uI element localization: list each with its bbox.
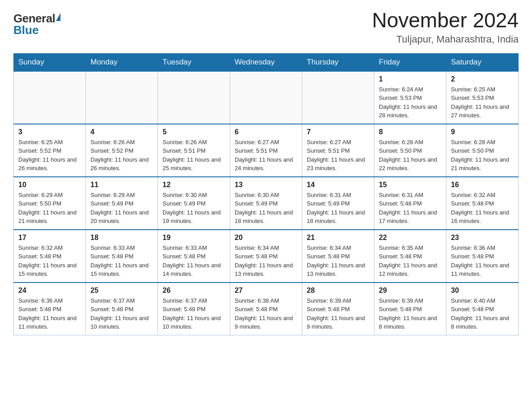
calendar-cell: 19Sunrise: 6:33 AM Sunset: 5:48 PM Dayli… xyxy=(158,230,230,283)
calendar-cell: 2Sunrise: 6:25 AM Sunset: 5:53 PM Daylig… xyxy=(446,71,519,124)
day-info: Sunrise: 6:34 AM Sunset: 5:48 PM Dayligh… xyxy=(307,244,369,278)
calendar-cell: 18Sunrise: 6:33 AM Sunset: 5:48 PM Dayli… xyxy=(86,230,158,283)
day-number: 10 xyxy=(18,181,81,189)
day-info: Sunrise: 6:28 AM Sunset: 5:50 PM Dayligh… xyxy=(379,138,442,173)
day-info: Sunrise: 6:31 AM Sunset: 5:48 PM Dayligh… xyxy=(379,191,442,226)
day-number: 22 xyxy=(379,234,442,242)
day-info: Sunrise: 6:40 AM Sunset: 5:48 PM Dayligh… xyxy=(451,296,514,331)
day-number: 13 xyxy=(235,181,297,189)
day-number: 19 xyxy=(163,234,225,242)
calendar-cell: 14Sunrise: 6:31 AM Sunset: 5:49 PM Dayli… xyxy=(302,177,374,230)
calendar-week-5: 24Sunrise: 6:36 AM Sunset: 5:48 PM Dayli… xyxy=(14,283,519,335)
title-block: November 2024 Tuljapur, Maharashtra, Ind… xyxy=(372,9,519,45)
day-number: 28 xyxy=(307,287,369,295)
day-info: Sunrise: 6:29 AM Sunset: 5:50 PM Dayligh… xyxy=(18,191,81,226)
day-info: Sunrise: 6:32 AM Sunset: 5:48 PM Dayligh… xyxy=(451,191,514,226)
calendar-cell: 15Sunrise: 6:31 AM Sunset: 5:48 PM Dayli… xyxy=(374,177,446,230)
day-info: Sunrise: 6:36 AM Sunset: 5:48 PM Dayligh… xyxy=(451,244,514,278)
day-info: Sunrise: 6:28 AM Sunset: 5:50 PM Dayligh… xyxy=(451,138,514,173)
day-number: 17 xyxy=(18,234,81,242)
day-info: Sunrise: 6:26 AM Sunset: 5:51 PM Dayligh… xyxy=(163,138,225,173)
calendar-table: SundayMondayTuesdayWednesdayThursdayFrid… xyxy=(13,53,519,335)
calendar-cell: 27Sunrise: 6:38 AM Sunset: 5:48 PM Dayli… xyxy=(230,283,302,335)
day-info: Sunrise: 6:39 AM Sunset: 5:48 PM Dayligh… xyxy=(307,296,369,331)
day-number: 26 xyxy=(163,287,225,295)
day-info: Sunrise: 6:36 AM Sunset: 5:48 PM Dayligh… xyxy=(18,296,81,331)
calendar-week-3: 10Sunrise: 6:29 AM Sunset: 5:50 PM Dayli… xyxy=(14,177,519,230)
logo-blue-text: Blue xyxy=(13,24,39,36)
day-number: 7 xyxy=(307,128,369,136)
day-info: Sunrise: 6:25 AM Sunset: 5:53 PM Dayligh… xyxy=(451,85,514,120)
day-header-sunday: Sunday xyxy=(14,53,86,71)
day-number: 25 xyxy=(90,287,153,295)
calendar-header: SundayMondayTuesdayWednesdayThursdayFrid… xyxy=(14,53,519,71)
calendar-week-1: 1Sunrise: 6:24 AM Sunset: 5:53 PM Daylig… xyxy=(14,71,519,124)
calendar-cell: 4Sunrise: 6:26 AM Sunset: 5:52 PM Daylig… xyxy=(86,124,158,177)
day-number: 24 xyxy=(18,287,81,295)
calendar-cell: 26Sunrise: 6:37 AM Sunset: 5:48 PM Dayli… xyxy=(158,283,230,335)
day-info: Sunrise: 6:29 AM Sunset: 5:49 PM Dayligh… xyxy=(90,191,153,226)
day-info: Sunrise: 6:25 AM Sunset: 5:52 PM Dayligh… xyxy=(18,138,81,173)
calendar-cell: 3Sunrise: 6:25 AM Sunset: 5:52 PM Daylig… xyxy=(14,124,86,177)
calendar-cell: 9Sunrise: 6:28 AM Sunset: 5:50 PM Daylig… xyxy=(446,124,519,177)
day-info: Sunrise: 6:34 AM Sunset: 5:48 PM Dayligh… xyxy=(235,244,297,278)
day-number: 12 xyxy=(163,181,225,189)
logo: General Blue xyxy=(13,9,60,36)
calendar-cell xyxy=(302,71,374,124)
calendar-cell: 6Sunrise: 6:27 AM Sunset: 5:51 PM Daylig… xyxy=(230,124,302,177)
calendar-cell: 7Sunrise: 6:27 AM Sunset: 5:51 PM Daylig… xyxy=(302,124,374,177)
calendar-cell xyxy=(158,71,230,124)
day-number: 14 xyxy=(307,181,369,189)
day-number: 2 xyxy=(451,75,514,83)
day-info: Sunrise: 6:39 AM Sunset: 5:48 PM Dayligh… xyxy=(379,296,442,331)
logo-general-text: General xyxy=(13,13,55,24)
calendar-cell: 17Sunrise: 6:32 AM Sunset: 5:48 PM Dayli… xyxy=(14,230,86,283)
day-number: 15 xyxy=(379,181,442,189)
day-info: Sunrise: 6:38 AM Sunset: 5:48 PM Dayligh… xyxy=(235,296,297,331)
day-number: 3 xyxy=(18,128,81,136)
header-row: SundayMondayTuesdayWednesdayThursdayFrid… xyxy=(14,53,519,71)
day-number: 11 xyxy=(90,181,153,189)
day-info: Sunrise: 6:37 AM Sunset: 5:48 PM Dayligh… xyxy=(163,296,225,331)
calendar-cell: 12Sunrise: 6:30 AM Sunset: 5:49 PM Dayli… xyxy=(158,177,230,230)
day-number: 9 xyxy=(451,128,514,136)
day-number: 29 xyxy=(379,287,442,295)
calendar-body: 1Sunrise: 6:24 AM Sunset: 5:53 PM Daylig… xyxy=(14,71,519,335)
day-info: Sunrise: 6:30 AM Sunset: 5:49 PM Dayligh… xyxy=(163,191,225,226)
day-info: Sunrise: 6:27 AM Sunset: 5:51 PM Dayligh… xyxy=(307,138,369,173)
day-number: 27 xyxy=(235,287,297,295)
calendar-cell: 22Sunrise: 6:35 AM Sunset: 5:48 PM Dayli… xyxy=(374,230,446,283)
day-info: Sunrise: 6:33 AM Sunset: 5:48 PM Dayligh… xyxy=(90,244,153,278)
calendar-cell: 8Sunrise: 6:28 AM Sunset: 5:50 PM Daylig… xyxy=(374,124,446,177)
calendar-cell: 20Sunrise: 6:34 AM Sunset: 5:48 PM Dayli… xyxy=(230,230,302,283)
calendar-cell: 21Sunrise: 6:34 AM Sunset: 5:48 PM Dayli… xyxy=(302,230,374,283)
calendar-week-2: 3Sunrise: 6:25 AM Sunset: 5:52 PM Daylig… xyxy=(14,124,519,177)
logo-triangle-icon xyxy=(56,13,60,21)
calendar-cell: 30Sunrise: 6:40 AM Sunset: 5:48 PM Dayli… xyxy=(446,283,519,335)
calendar-cell: 29Sunrise: 6:39 AM Sunset: 5:48 PM Dayli… xyxy=(374,283,446,335)
day-info: Sunrise: 6:31 AM Sunset: 5:49 PM Dayligh… xyxy=(307,191,369,226)
day-header-wednesday: Wednesday xyxy=(230,53,302,71)
calendar-cell xyxy=(230,71,302,124)
calendar-cell: 10Sunrise: 6:29 AM Sunset: 5:50 PM Dayli… xyxy=(14,177,86,230)
day-number: 20 xyxy=(235,234,297,242)
day-number: 6 xyxy=(235,128,297,136)
day-number: 5 xyxy=(163,128,225,136)
page-subtitle: Tuljapur, Maharashtra, India xyxy=(372,34,519,45)
calendar-cell: 5Sunrise: 6:26 AM Sunset: 5:51 PM Daylig… xyxy=(158,124,230,177)
page-title: November 2024 xyxy=(372,9,519,32)
day-header-saturday: Saturday xyxy=(446,53,519,71)
day-number: 23 xyxy=(451,234,514,242)
day-info: Sunrise: 6:30 AM Sunset: 5:49 PM Dayligh… xyxy=(235,191,297,226)
day-header-monday: Monday xyxy=(86,53,158,71)
calendar-cell: 28Sunrise: 6:39 AM Sunset: 5:48 PM Dayli… xyxy=(302,283,374,335)
calendar-cell: 25Sunrise: 6:37 AM Sunset: 5:48 PM Dayli… xyxy=(86,283,158,335)
day-number: 8 xyxy=(379,128,442,136)
calendar-cell: 16Sunrise: 6:32 AM Sunset: 5:48 PM Dayli… xyxy=(446,177,519,230)
day-info: Sunrise: 6:32 AM Sunset: 5:48 PM Dayligh… xyxy=(18,244,81,278)
day-info: Sunrise: 6:26 AM Sunset: 5:52 PM Dayligh… xyxy=(90,138,153,173)
day-number: 30 xyxy=(451,287,514,295)
page-header: General Blue November 2024 Tuljapur, Mah… xyxy=(13,9,519,45)
day-info: Sunrise: 6:33 AM Sunset: 5:48 PM Dayligh… xyxy=(163,244,225,278)
calendar-cell: 23Sunrise: 6:36 AM Sunset: 5:48 PM Dayli… xyxy=(446,230,519,283)
